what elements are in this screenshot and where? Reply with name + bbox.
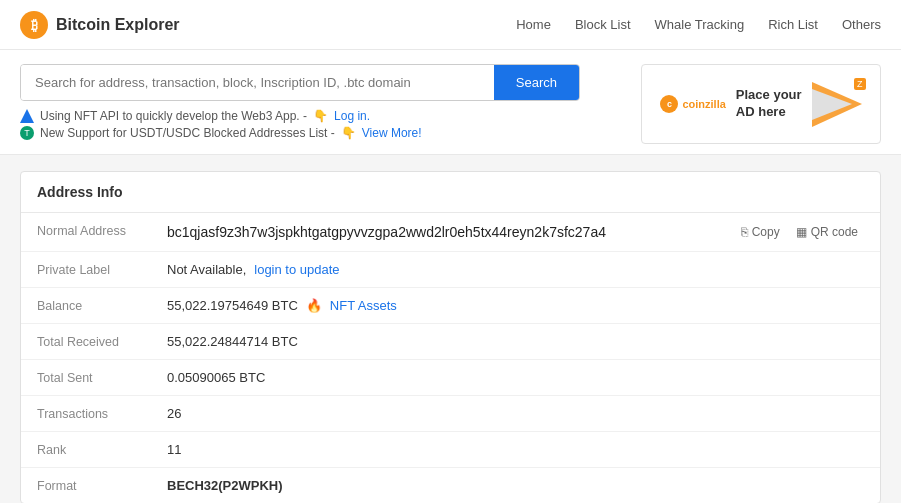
nav-home[interactable]: Home bbox=[516, 17, 551, 32]
logo-link[interactable]: ₿ Bitcoin Explorer bbox=[20, 11, 180, 39]
notice-usdt: T New Support for USDT/USDC Blocked Addr… bbox=[20, 126, 621, 140]
address-value: bc1qjasf9z3h7w3jspkhtgatgpyvvzgpa2wwd2lr… bbox=[167, 224, 606, 240]
ad-arrow: Z bbox=[812, 82, 862, 127]
address-row-content: bc1qjasf9z3h7w3jspkhtgatgpyvvzgpa2wwd2lr… bbox=[167, 223, 864, 241]
label-private-label: Private Label bbox=[37, 262, 167, 277]
row-normal-address: Normal Address bc1qjasf9z3h7w3jspkhtgatg… bbox=[21, 213, 880, 252]
row-balance: Balance 55,022.19754649 BTC 🔥 NFT Assets bbox=[21, 288, 880, 324]
notice-green-icon: T bbox=[20, 126, 34, 140]
fire-emoji: 🔥 bbox=[306, 298, 322, 313]
copy-icon: ⎘ bbox=[741, 225, 748, 239]
label-normal-address: Normal Address bbox=[37, 223, 167, 238]
notice-usdt-emoji: 👇 bbox=[341, 126, 356, 140]
row-private-label: Private Label Not Available, login to up… bbox=[21, 252, 880, 288]
ad-logo: c coinzilla bbox=[660, 95, 725, 113]
row-total-received: Total Received 55,022.24844714 BTC bbox=[21, 324, 880, 360]
copy-button[interactable]: ⎘ Copy bbox=[735, 223, 786, 241]
address-action-buttons: ⎘ Copy ▦ QR code bbox=[735, 223, 864, 241]
ad-text: Place your AD here bbox=[736, 87, 802, 121]
ad-coin-icon: c bbox=[660, 95, 678, 113]
label-transactions: Transactions bbox=[37, 406, 167, 421]
search-left: Search Using NFT API to quickly develop … bbox=[20, 64, 621, 143]
card-header: Address Info bbox=[21, 172, 880, 213]
login-to-update-link[interactable]: login to update bbox=[254, 262, 339, 277]
nav-whale-tracking[interactable]: Whale Tracking bbox=[655, 17, 745, 32]
qr-icon: ▦ bbox=[796, 225, 807, 239]
label-rank: Rank bbox=[37, 442, 167, 457]
label-total-received: Total Received bbox=[37, 334, 167, 349]
main-content: Address Info Normal Address bc1qjasf9z3h… bbox=[0, 155, 901, 503]
search-input[interactable] bbox=[21, 65, 494, 100]
row-format: Format BECH32(P2WPKH) bbox=[21, 468, 880, 503]
nav-block-list[interactable]: Block List bbox=[575, 17, 631, 32]
notice-nft: Using NFT API to quickly develop the Web… bbox=[20, 109, 621, 123]
value-transactions: 26 bbox=[167, 406, 181, 421]
notice-nft-link[interactable]: Log in. bbox=[334, 109, 370, 123]
search-button[interactable]: Search bbox=[494, 65, 579, 100]
ad-badge: Z bbox=[854, 78, 866, 90]
nav-others[interactable]: Others bbox=[842, 17, 881, 32]
notice-nft-emoji: 👇 bbox=[313, 109, 328, 123]
ad-banner[interactable]: c coinzilla Place your AD here Z bbox=[641, 64, 881, 144]
search-bar: Search bbox=[20, 64, 580, 101]
row-total-sent: Total Sent 0.05090065 BTC bbox=[21, 360, 880, 396]
value-total-sent: 0.05090065 BTC bbox=[167, 370, 265, 385]
header: ₿ Bitcoin Explorer Home Block List Whale… bbox=[0, 0, 901, 50]
notice-usdt-text: New Support for USDT/USDC Blocked Addres… bbox=[40, 126, 335, 140]
address-info-card: Address Info Normal Address bc1qjasf9z3h… bbox=[20, 171, 881, 503]
notice-blue-icon bbox=[20, 109, 34, 123]
nft-assets-link[interactable]: NFT Assets bbox=[330, 298, 397, 313]
search-area: Search Using NFT API to quickly develop … bbox=[0, 50, 901, 155]
logo-icon: ₿ bbox=[20, 11, 48, 39]
main-nav: Home Block List Whale Tracking Rich List… bbox=[516, 17, 881, 32]
qr-button[interactable]: ▦ QR code bbox=[790, 223, 864, 241]
value-private-label: Not Available, login to update bbox=[167, 262, 340, 277]
notice-usdt-link[interactable]: View More! bbox=[362, 126, 422, 140]
value-rank: 11 bbox=[167, 442, 181, 457]
value-balance: 55,022.19754649 BTC 🔥 NFT Assets bbox=[167, 298, 397, 313]
logo-text: Bitcoin Explorer bbox=[56, 16, 180, 34]
row-transactions: Transactions 26 bbox=[21, 396, 880, 432]
info-table: Normal Address bc1qjasf9z3h7w3jspkhtgatg… bbox=[21, 213, 880, 503]
label-format: Format bbox=[37, 478, 167, 493]
label-total-sent: Total Sent bbox=[37, 370, 167, 385]
nav-rich-list[interactable]: Rich List bbox=[768, 17, 818, 32]
row-rank: Rank 11 bbox=[21, 432, 880, 468]
notice-bar: Using NFT API to quickly develop the Web… bbox=[20, 109, 621, 140]
label-balance: Balance bbox=[37, 298, 167, 313]
value-total-received: 55,022.24844714 BTC bbox=[167, 334, 298, 349]
value-format: BECH32(P2WPKH) bbox=[167, 478, 283, 493]
notice-nft-text: Using NFT API to quickly develop the Web… bbox=[40, 109, 307, 123]
